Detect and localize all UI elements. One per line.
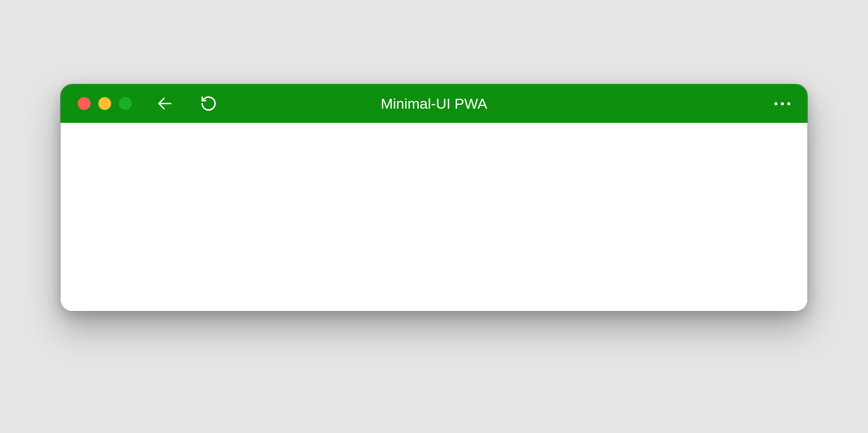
app-window: Minimal-UI PWA — [60, 84, 808, 311]
back-button[interactable] — [155, 94, 174, 113]
more-horizontal-icon — [774, 102, 777, 105]
content-area — [61, 123, 807, 311]
titlebar: Minimal-UI PWA — [61, 84, 807, 123]
traffic-lights — [78, 97, 132, 110]
maximize-button[interactable] — [119, 97, 132, 110]
nav-controls — [155, 94, 218, 113]
more-button[interactable] — [770, 98, 795, 110]
window-title: Minimal-UI PWA — [381, 95, 487, 112]
reload-icon — [200, 95, 217, 112]
right-controls — [770, 98, 795, 110]
minimize-button[interactable] — [98, 97, 111, 110]
close-button[interactable] — [78, 97, 91, 110]
arrow-left-icon — [156, 95, 174, 113]
reload-button[interactable] — [199, 94, 218, 113]
